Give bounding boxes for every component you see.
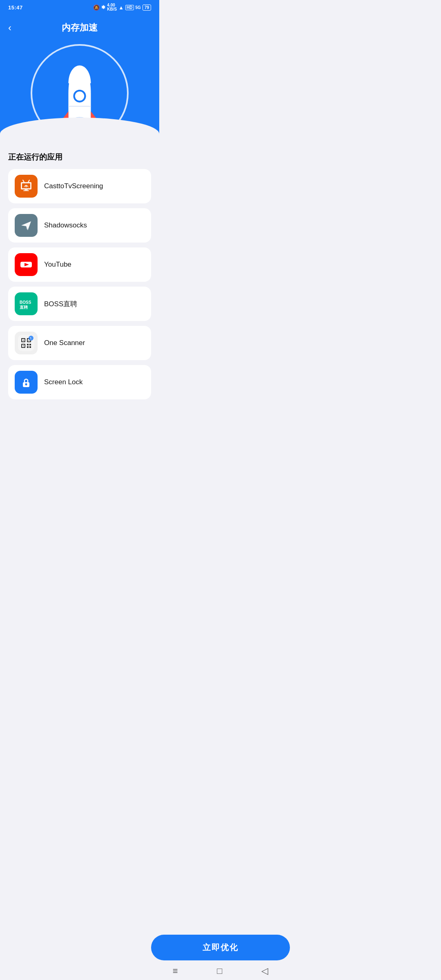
status-icons: 🔕 ✱ 4.00KB/S ▲ HD 5G 79 bbox=[93, 3, 151, 11]
svg-text:直聘: 直聘 bbox=[20, 305, 28, 310]
back-button[interactable]: ‹ bbox=[8, 23, 11, 33]
status-time: 15:47 bbox=[8, 4, 23, 11]
bluetooth-icon: ✱ bbox=[101, 4, 105, 10]
app-name-onescanner: One Scanner bbox=[44, 339, 85, 347]
app-icon-youtube bbox=[15, 253, 38, 276]
svg-text:BOSS: BOSS bbox=[20, 300, 31, 305]
wifi-icon: ▲ bbox=[118, 4, 124, 11]
svg-point-4 bbox=[75, 91, 85, 101]
svg-rect-34 bbox=[27, 344, 29, 345]
hero-bottom-curve bbox=[0, 118, 159, 142]
bell-icon: 🔕 bbox=[93, 4, 100, 11]
svg-point-14 bbox=[26, 186, 27, 187]
header: ‹ 内存加速 bbox=[0, 15, 159, 36]
list-item: YouTube bbox=[8, 247, 151, 282]
app-icon-shadowsocks bbox=[15, 214, 38, 237]
app-name-boss: BOSS直聘 bbox=[44, 299, 77, 309]
data-speed: 4.00KB/S bbox=[107, 3, 117, 11]
status-bar: 15:47 🔕 ✱ 4.00KB/S ▲ HD 5G 79 bbox=[0, 0, 159, 15]
svg-rect-11 bbox=[22, 183, 30, 188]
app-name-youtube: YouTube bbox=[44, 261, 71, 269]
app-name-shadowsocks: Shadowsocks bbox=[44, 221, 87, 229]
list-item: Screen Lock bbox=[8, 365, 151, 399]
app-icon-screenlock bbox=[15, 371, 38, 394]
app-icon-boss: BOSS 直聘 bbox=[15, 292, 38, 315]
svg-text:1: 1 bbox=[30, 337, 31, 340]
svg-rect-43 bbox=[26, 384, 27, 385]
signal-icon: 5G bbox=[136, 5, 141, 10]
hero-section bbox=[0, 36, 159, 142]
page-title: 内存加速 bbox=[62, 22, 98, 34]
app-icon-casttotv bbox=[15, 175, 38, 198]
list-item: Shadowsocks bbox=[8, 208, 151, 243]
svg-rect-15 bbox=[24, 189, 28, 190]
list-item: 1 One Scanner bbox=[8, 326, 151, 360]
section-title: 正在运行的应用 bbox=[8, 152, 151, 163]
app-name-casttotv: CasttoTvScreening bbox=[44, 182, 103, 190]
list-item: BOSS 直聘 BOSS直聘 bbox=[8, 287, 151, 321]
svg-rect-33 bbox=[23, 345, 24, 346]
app-list: CasttoTvScreening Shadowsocks bbox=[8, 169, 151, 404]
list-item: CasttoTvScreening bbox=[8, 169, 151, 203]
hd-icon: HD bbox=[125, 5, 134, 10]
svg-rect-31 bbox=[29, 340, 29, 341]
svg-rect-35 bbox=[29, 344, 31, 345]
app-icon-onescanner: 1 bbox=[15, 332, 38, 354]
app-name-screenlock: Screen Lock bbox=[44, 378, 83, 386]
apps-section: 正在运行的应用 bbox=[0, 142, 159, 445]
battery-icon: 79 bbox=[143, 4, 151, 11]
svg-rect-36 bbox=[27, 346, 29, 348]
svg-rect-29 bbox=[23, 340, 24, 341]
svg-rect-16 bbox=[23, 190, 29, 191]
svg-rect-37 bbox=[29, 346, 31, 348]
